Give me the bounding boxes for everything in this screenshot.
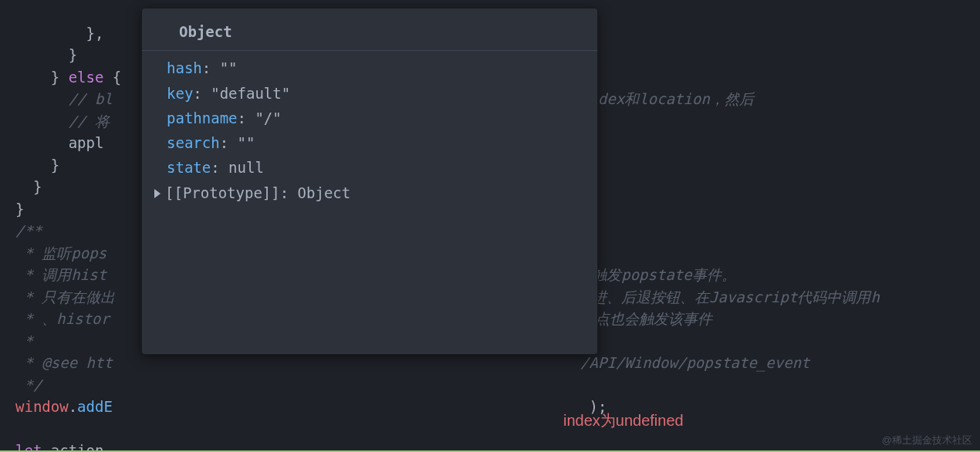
tooltip-header: Object [142, 16, 597, 51]
code-line: } [15, 46, 77, 63]
debug-tooltip[interactable]: Object hash: "" key: "default" pathname:… [141, 8, 598, 355]
tooltip-property-state[interactable]: state: null [142, 155, 597, 180]
tooltip-property-hash[interactable]: hash: "" [142, 56, 597, 80]
code-line: } [15, 201, 24, 218]
watermark: @稀土掘金技术社区 [882, 433, 972, 448]
code-line: appl [15, 134, 103, 151]
code-line: // 将 [15, 113, 110, 130]
code-line: } [15, 178, 42, 195]
tooltip-property-search[interactable]: search: "" [142, 130, 597, 155]
tooltip-property-pathname[interactable]: pathname: "/" [142, 106, 597, 130]
code-line: }, [15, 25, 103, 42]
code-line: window.addE ); [15, 398, 607, 415]
code-line: } else { [15, 69, 121, 86]
code-line: * 监听pops [15, 245, 106, 261]
annotation-text: index为undefined [563, 409, 684, 432]
tooltip-property-key[interactable]: key: "default" [142, 81, 597, 106]
code-line: * [15, 332, 33, 349]
tooltip-prototype[interactable]: [[Prototype]]: Object [142, 180, 597, 205]
code-line: */ [15, 376, 42, 393]
code-line: } [15, 157, 59, 174]
code-line: /** [15, 222, 42, 239]
code-line: * @see htt /API/Window/popstate_event [15, 354, 810, 371]
expand-icon[interactable] [154, 189, 161, 198]
